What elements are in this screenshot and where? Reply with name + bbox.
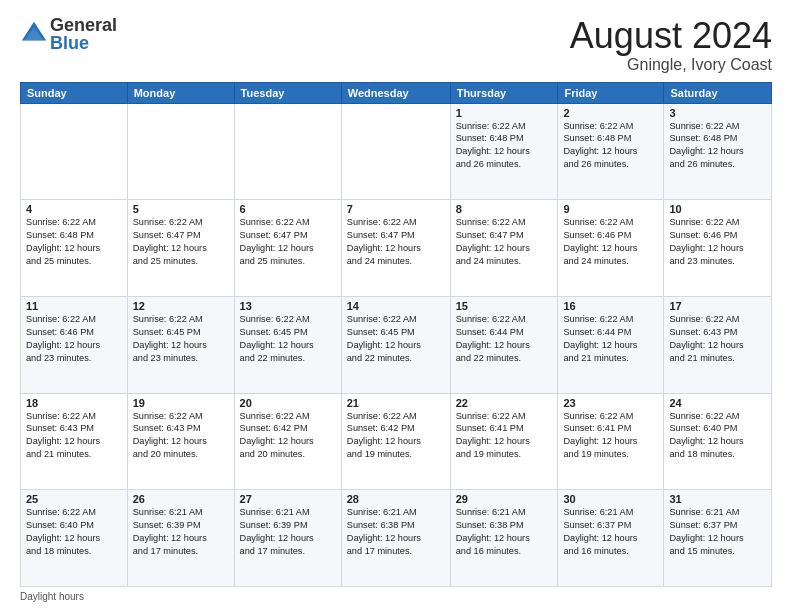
day-info: Sunrise: 6:22 AM Sunset: 6:41 PM Dayligh…	[456, 410, 553, 462]
col-saturday: Saturday	[664, 82, 772, 103]
day-info: Sunrise: 6:22 AM Sunset: 6:45 PM Dayligh…	[133, 313, 229, 365]
day-number: 16	[563, 300, 658, 312]
day-cell: 14Sunrise: 6:22 AM Sunset: 6:45 PM Dayli…	[341, 296, 450, 393]
day-cell: 17Sunrise: 6:22 AM Sunset: 6:43 PM Dayli…	[664, 296, 772, 393]
day-number: 31	[669, 493, 766, 505]
day-number: 14	[347, 300, 445, 312]
col-friday: Friday	[558, 82, 664, 103]
day-cell: 10Sunrise: 6:22 AM Sunset: 6:46 PM Dayli…	[664, 200, 772, 297]
calendar: Sunday Monday Tuesday Wednesday Thursday…	[20, 82, 772, 602]
day-cell: 16Sunrise: 6:22 AM Sunset: 6:44 PM Dayli…	[558, 296, 664, 393]
page: General Blue August 2024 Gningle, Ivory …	[0, 0, 792, 612]
day-number: 17	[669, 300, 766, 312]
day-number: 7	[347, 203, 445, 215]
day-cell: 25Sunrise: 6:22 AM Sunset: 6:40 PM Dayli…	[21, 490, 128, 587]
day-info: Sunrise: 6:22 AM Sunset: 6:44 PM Dayligh…	[456, 313, 553, 365]
day-cell	[21, 103, 128, 200]
day-number: 18	[26, 397, 122, 409]
day-number: 6	[240, 203, 336, 215]
calendar-table: Sunday Monday Tuesday Wednesday Thursday…	[20, 82, 772, 587]
day-info: Sunrise: 6:22 AM Sunset: 6:43 PM Dayligh…	[26, 410, 122, 462]
day-cell: 12Sunrise: 6:22 AM Sunset: 6:45 PM Dayli…	[127, 296, 234, 393]
day-info: Sunrise: 6:22 AM Sunset: 6:43 PM Dayligh…	[133, 410, 229, 462]
day-number: 2	[563, 107, 658, 119]
day-cell: 24Sunrise: 6:22 AM Sunset: 6:40 PM Dayli…	[664, 393, 772, 490]
day-number: 29	[456, 493, 553, 505]
day-cell: 22Sunrise: 6:22 AM Sunset: 6:41 PM Dayli…	[450, 393, 558, 490]
day-number: 15	[456, 300, 553, 312]
day-cell: 8Sunrise: 6:22 AM Sunset: 6:47 PM Daylig…	[450, 200, 558, 297]
day-cell: 15Sunrise: 6:22 AM Sunset: 6:44 PM Dayli…	[450, 296, 558, 393]
day-info: Sunrise: 6:22 AM Sunset: 6:48 PM Dayligh…	[669, 120, 766, 172]
day-cell: 19Sunrise: 6:22 AM Sunset: 6:43 PM Dayli…	[127, 393, 234, 490]
day-info: Sunrise: 6:22 AM Sunset: 6:47 PM Dayligh…	[347, 216, 445, 268]
day-number: 3	[669, 107, 766, 119]
day-number: 22	[456, 397, 553, 409]
col-sunday: Sunday	[21, 82, 128, 103]
day-info: Sunrise: 6:22 AM Sunset: 6:47 PM Dayligh…	[240, 216, 336, 268]
day-number: 27	[240, 493, 336, 505]
day-info: Sunrise: 6:22 AM Sunset: 6:40 PM Dayligh…	[26, 506, 122, 558]
day-info: Sunrise: 6:21 AM Sunset: 6:38 PM Dayligh…	[347, 506, 445, 558]
day-cell: 21Sunrise: 6:22 AM Sunset: 6:42 PM Dayli…	[341, 393, 450, 490]
day-cell: 27Sunrise: 6:21 AM Sunset: 6:39 PM Dayli…	[234, 490, 341, 587]
day-info: Sunrise: 6:22 AM Sunset: 6:41 PM Dayligh…	[563, 410, 658, 462]
logo: General Blue	[20, 16, 117, 52]
day-cell: 7Sunrise: 6:22 AM Sunset: 6:47 PM Daylig…	[341, 200, 450, 297]
week-row-3: 11Sunrise: 6:22 AM Sunset: 6:46 PM Dayli…	[21, 296, 772, 393]
day-number: 20	[240, 397, 336, 409]
day-info: Sunrise: 6:21 AM Sunset: 6:39 PM Dayligh…	[133, 506, 229, 558]
day-cell: 23Sunrise: 6:22 AM Sunset: 6:41 PM Dayli…	[558, 393, 664, 490]
col-monday: Monday	[127, 82, 234, 103]
day-cell	[234, 103, 341, 200]
day-number: 24	[669, 397, 766, 409]
day-info: Sunrise: 6:22 AM Sunset: 6:46 PM Dayligh…	[563, 216, 658, 268]
day-number: 23	[563, 397, 658, 409]
day-number: 13	[240, 300, 336, 312]
day-cell: 5Sunrise: 6:22 AM Sunset: 6:47 PM Daylig…	[127, 200, 234, 297]
day-number: 8	[456, 203, 553, 215]
col-tuesday: Tuesday	[234, 82, 341, 103]
day-info: Sunrise: 6:22 AM Sunset: 6:45 PM Dayligh…	[240, 313, 336, 365]
day-cell: 18Sunrise: 6:22 AM Sunset: 6:43 PM Dayli…	[21, 393, 128, 490]
day-number: 26	[133, 493, 229, 505]
day-number: 12	[133, 300, 229, 312]
header-row: Sunday Monday Tuesday Wednesday Thursday…	[21, 82, 772, 103]
day-info: Sunrise: 6:22 AM Sunset: 6:47 PM Dayligh…	[133, 216, 229, 268]
day-info: Sunrise: 6:21 AM Sunset: 6:39 PM Dayligh…	[240, 506, 336, 558]
day-cell: 28Sunrise: 6:21 AM Sunset: 6:38 PM Dayli…	[341, 490, 450, 587]
day-cell: 6Sunrise: 6:22 AM Sunset: 6:47 PM Daylig…	[234, 200, 341, 297]
day-cell	[341, 103, 450, 200]
day-info: Sunrise: 6:22 AM Sunset: 6:42 PM Dayligh…	[240, 410, 336, 462]
day-info: Sunrise: 6:22 AM Sunset: 6:46 PM Dayligh…	[26, 313, 122, 365]
week-row-1: 1Sunrise: 6:22 AM Sunset: 6:48 PM Daylig…	[21, 103, 772, 200]
logo-general: General	[50, 16, 117, 34]
day-number: 28	[347, 493, 445, 505]
day-number: 5	[133, 203, 229, 215]
location: Gningle, Ivory Coast	[570, 56, 772, 74]
col-thursday: Thursday	[450, 82, 558, 103]
day-cell: 20Sunrise: 6:22 AM Sunset: 6:42 PM Dayli…	[234, 393, 341, 490]
logo-icon	[20, 20, 48, 48]
logo-text: General Blue	[50, 16, 117, 52]
week-row-2: 4Sunrise: 6:22 AM Sunset: 6:48 PM Daylig…	[21, 200, 772, 297]
day-info: Sunrise: 6:22 AM Sunset: 6:46 PM Dayligh…	[669, 216, 766, 268]
day-cell: 3Sunrise: 6:22 AM Sunset: 6:48 PM Daylig…	[664, 103, 772, 200]
day-info: Sunrise: 6:21 AM Sunset: 6:37 PM Dayligh…	[669, 506, 766, 558]
day-info: Sunrise: 6:22 AM Sunset: 6:47 PM Dayligh…	[456, 216, 553, 268]
day-number: 19	[133, 397, 229, 409]
day-cell	[127, 103, 234, 200]
day-number: 4	[26, 203, 122, 215]
day-cell: 26Sunrise: 6:21 AM Sunset: 6:39 PM Dayli…	[127, 490, 234, 587]
day-number: 21	[347, 397, 445, 409]
logo-blue: Blue	[50, 34, 117, 52]
day-number: 9	[563, 203, 658, 215]
day-info: Sunrise: 6:22 AM Sunset: 6:48 PM Dayligh…	[563, 120, 658, 172]
day-info: Sunrise: 6:22 AM Sunset: 6:40 PM Dayligh…	[669, 410, 766, 462]
day-info: Sunrise: 6:22 AM Sunset: 6:43 PM Dayligh…	[669, 313, 766, 365]
week-row-5: 25Sunrise: 6:22 AM Sunset: 6:40 PM Dayli…	[21, 490, 772, 587]
day-cell: 4Sunrise: 6:22 AM Sunset: 6:48 PM Daylig…	[21, 200, 128, 297]
day-cell: 13Sunrise: 6:22 AM Sunset: 6:45 PM Dayli…	[234, 296, 341, 393]
day-info: Sunrise: 6:21 AM Sunset: 6:38 PM Dayligh…	[456, 506, 553, 558]
day-number: 25	[26, 493, 122, 505]
